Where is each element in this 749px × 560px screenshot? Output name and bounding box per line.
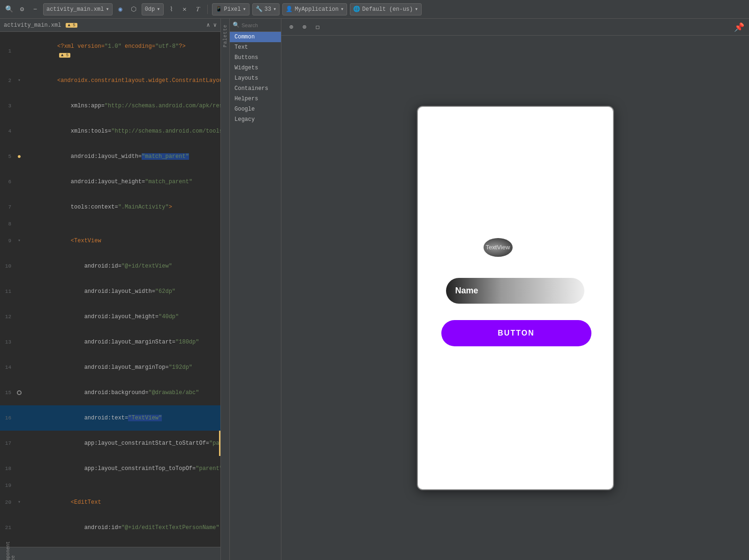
code-line-8: 8 — [0, 220, 220, 228]
device-dropdown[interactable]: 📱 Pixel ▾ — [212, 3, 250, 15]
locale-dropdown[interactable]: 🌐 Default (en-us) ▾ — [350, 3, 421, 15]
code-line-22: 22 android:layout_width="210dp" — [0, 540, 220, 547]
android-button[interactable]: BUTTON — [441, 320, 591, 346]
button-text: BUTTON — [498, 329, 534, 337]
code-line-19: 19 — [0, 481, 220, 490]
minus-icon[interactable]: − — [30, 4, 40, 15]
preview-panel: ⊕ ⊗ ◻ 📌 TextView Name BUTTON — [281, 19, 749, 560]
android-textview: TextView — [484, 238, 513, 257]
palette-item-text[interactable]: Text — [230, 42, 281, 52]
code-line-17: 17 app:layout_constraintStart_toStartOf=… — [0, 431, 220, 456]
settings-icon[interactable]: ⚙ — [17, 4, 27, 15]
palette-search-bar: 🔍 — [230, 19, 281, 32]
preview-tool-1[interactable]: ⊕ — [286, 22, 296, 32]
code-line-3: 3 xmlns:app="http://schemas.android.com/… — [0, 93, 220, 119]
palette-item-containers[interactable]: Containers — [230, 83, 281, 94]
code-line-2: 2 ▾ <androidx.constraintlayout.widget.Co… — [0, 68, 220, 93]
code-line-11: 11 android:layout_width="62dp" — [0, 279, 220, 304]
code-line-9: 9 ▾ <TextView — [0, 228, 220, 254]
palette-label: Palette — [223, 24, 228, 47]
main-area: activity_main.xml ▲ 5 ∧ ∨ 1 <?xml versio… — [0, 19, 749, 560]
clear-icon[interactable]: ✕ — [180, 4, 190, 15]
android-edittext[interactable]: Name — [446, 278, 584, 304]
top-toolbar: 🔍 ⚙ − activity_main.xml ▾ ◉ ⬡ 0dp ▾ ⌇ ✕ … — [0, 0, 749, 19]
palette-item-google[interactable]: Google — [230, 104, 281, 114]
code-line-20: 20 ▾ <EditText — [0, 490, 220, 515]
code-line-4: 4 xmlns:tools="http://schemas.android.co… — [0, 119, 220, 144]
pin-icon[interactable]: 📌 — [734, 22, 744, 32]
palette-items-list: Common Text Buttons Widgets Layouts Cont… — [230, 32, 281, 560]
phone-frame: TextView Name BUTTON — [417, 106, 614, 490]
palette-item-legacy[interactable]: Legacy — [230, 114, 281, 125]
separator — [207, 5, 208, 14]
palette-item-widgets[interactable]: Widgets — [230, 63, 281, 73]
preview-toolbar: ⊕ ⊗ ◻ 📌 — [281, 19, 749, 36]
code-line-1: 1 <?xml version="1.0" encoding="utf-8"?>… — [0, 34, 220, 68]
preview-tool-2[interactable]: ⊗ — [299, 22, 310, 32]
code-line-15: 15 android:background="@drawable/abc" — [0, 380, 220, 405]
code-line-7: 7 tools:context=".MainActivity"> — [0, 194, 220, 220]
component-tree-bar: Component Tree — [0, 547, 220, 560]
search-icon: 🔍 — [233, 22, 240, 29]
design-icon[interactable]: ◉ — [115, 4, 126, 15]
error-marker-17 — [219, 431, 220, 456]
margin-dropdown[interactable]: 0dp ▾ — [142, 3, 164, 15]
component-tree-label: Component Tree — [5, 539, 17, 560]
palette-strip: Palette — [220, 19, 230, 560]
app-dropdown[interactable]: 👤 MyApplication ▾ — [282, 3, 347, 15]
palette-item-buttons[interactable]: Buttons — [230, 52, 281, 63]
line1-warning: ▲ 5 — [59, 53, 70, 58]
code-line-12: 12 android:layout_height="40dp" — [0, 304, 220, 329]
code-editor: activity_main.xml ▲ 5 ∧ ∨ 1 <?xml versio… — [0, 19, 220, 560]
code-line-6: 6 android:layout_height="match_parent" — [0, 169, 220, 194]
code-line-10: 10 android:id="@+id/textView" — [0, 254, 220, 279]
code-line-16: 16 android:text="TextView" — [0, 405, 220, 431]
code-content[interactable]: 1 <?xml version="1.0" encoding="utf-8"?>… — [0, 32, 220, 547]
code-line-21: 21 android:id="@+id/editTextTextPersonNa… — [0, 515, 220, 540]
yellow-dot-5: ● — [17, 152, 21, 161]
code-line-13: 13 android:layout_marginStart="180dp" — [0, 329, 220, 355]
edittext-text: Name — [455, 286, 478, 296]
palette-item-helpers[interactable]: Helpers — [230, 94, 281, 104]
file-dropdown[interactable]: activity_main.xml ▾ — [43, 3, 113, 15]
code-header: activity_main.xml ▲ 5 ∧ ∨ — [0, 19, 220, 32]
blueprint-icon[interactable]: ⬡ — [129, 4, 139, 15]
code-line-14: 14 android:layout_marginTop="192dp" — [0, 355, 220, 380]
preview-tool-3[interactable]: ◻ — [312, 22, 323, 32]
api-dropdown[interactable]: 🔧 33 ▾ — [252, 3, 280, 15]
code-line-5: 5 ● android:layout_width="match_parent" — [0, 144, 220, 169]
code-line-18: 18 app:layout_constraintTop_toTopOf="par… — [0, 456, 220, 481]
search-icon[interactable]: 🔍 — [4, 4, 14, 15]
connect-icon[interactable]: ⌇ — [166, 4, 177, 15]
palette-item-layouts[interactable]: Layouts — [230, 73, 281, 83]
warning-count: ▲ 5 — [66, 23, 77, 28]
preview-content: TextView Name BUTTON — [281, 36, 749, 560]
palette-item-common[interactable]: Common — [230, 32, 281, 42]
component-palette: 🔍 Common Text Buttons Widgets Layouts Co… — [230, 19, 281, 560]
infer-icon[interactable]: 𝑇 — [193, 4, 203, 15]
circle-15 — [17, 390, 22, 395]
